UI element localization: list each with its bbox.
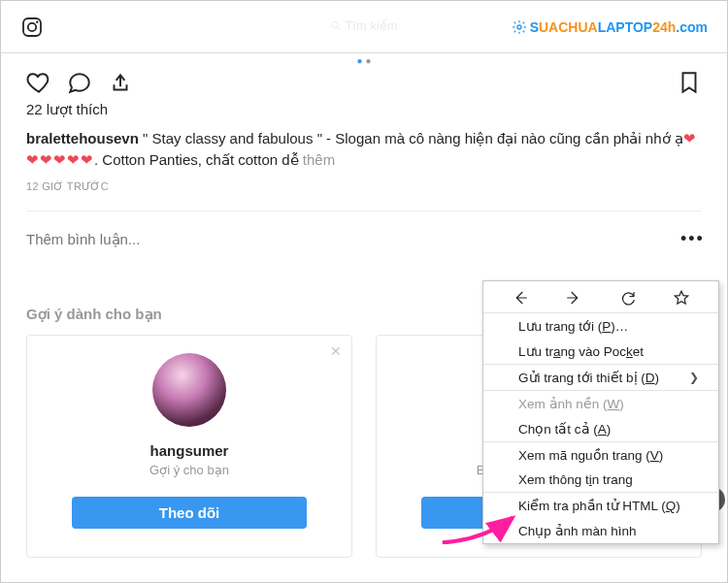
reload-icon[interactable] bbox=[619, 289, 637, 307]
ctx-page-info[interactable]: Xem thông tin trang bbox=[483, 468, 718, 492]
comment-icon[interactable] bbox=[67, 70, 92, 95]
follow-button[interactable]: Theo dõi bbox=[72, 497, 307, 529]
suggestion-name[interactable]: hangsumer bbox=[39, 442, 340, 459]
ctx-send-device[interactable]: Gửi trang tới thiết bị (D)❯ bbox=[483, 365, 718, 390]
ctx-save-page[interactable]: Lưu trang tới (P)… bbox=[483, 313, 718, 339]
post-caption: bralettehousevn " Stay classy and fabulo… bbox=[26, 128, 702, 171]
bookmark-icon[interactable] bbox=[677, 70, 702, 95]
post-author[interactable]: bralettehousevn bbox=[26, 130, 139, 146]
instagram-logo-icon[interactable] bbox=[20, 16, 44, 39]
post-options-icon[interactable]: ••• bbox=[680, 229, 702, 249]
caption-more[interactable]: thêm bbox=[303, 151, 335, 168]
search-placeholder-ghost: Tìm kiếm bbox=[330, 18, 397, 33]
star-icon[interactable] bbox=[673, 289, 690, 307]
suggestion-sub: Gợi ý cho bạn bbox=[39, 463, 340, 477]
like-icon[interactable] bbox=[26, 70, 51, 95]
post-body: ● ● 22 lượt thích bralettehousevn " Stay… bbox=[1, 53, 727, 259]
suggestions-title: Gợi ý dành cho bạn bbox=[26, 306, 162, 323]
suggestion-card: ✕ hangsumer Gợi ý cho bạn Theo dõi bbox=[26, 335, 352, 558]
ctx-select-all[interactable]: Chọn tất cả (A) bbox=[483, 416, 718, 441]
svg-point-2 bbox=[36, 20, 38, 22]
svg-point-1 bbox=[28, 22, 36, 30]
post-time: 12 GIỜ TRƯỚC bbox=[26, 180, 702, 193]
ctx-view-source[interactable]: Xem mã nguồn trang (V) bbox=[483, 442, 718, 468]
share-icon[interactable] bbox=[108, 70, 133, 95]
back-icon[interactable] bbox=[512, 289, 529, 307]
close-icon[interactable]: ✕ bbox=[330, 343, 342, 359]
svg-line-4 bbox=[337, 27, 340, 30]
forward-icon[interactable] bbox=[565, 289, 582, 307]
context-menu: Lưu trang tới (P)… Lưu trang vào Pocket … bbox=[482, 280, 719, 544]
avatar[interactable] bbox=[152, 353, 226, 427]
annotation-arrow bbox=[438, 511, 521, 544]
ctx-view-bg: Xem ảnh nền (W) bbox=[483, 391, 718, 416]
gear-icon bbox=[512, 19, 527, 35]
likes-count[interactable]: 22 lượt thích bbox=[26, 101, 702, 118]
ctx-save-pocket[interactable]: Lưu trang vào Pocket bbox=[483, 339, 718, 364]
svg-point-5 bbox=[517, 25, 521, 29]
watermark-brand: SUACHUALAPTOP24h.com bbox=[512, 19, 708, 35]
chevron-right-icon: ❯ bbox=[689, 371, 699, 384]
svg-point-3 bbox=[332, 21, 338, 27]
svg-rect-0 bbox=[23, 18, 41, 36]
comment-input[interactable] bbox=[26, 231, 680, 247]
carousel-indicator: ● ● bbox=[26, 55, 702, 66]
top-bar: Tìm kiếm SUACHUALAPTOP24h.com bbox=[1, 1, 727, 53]
